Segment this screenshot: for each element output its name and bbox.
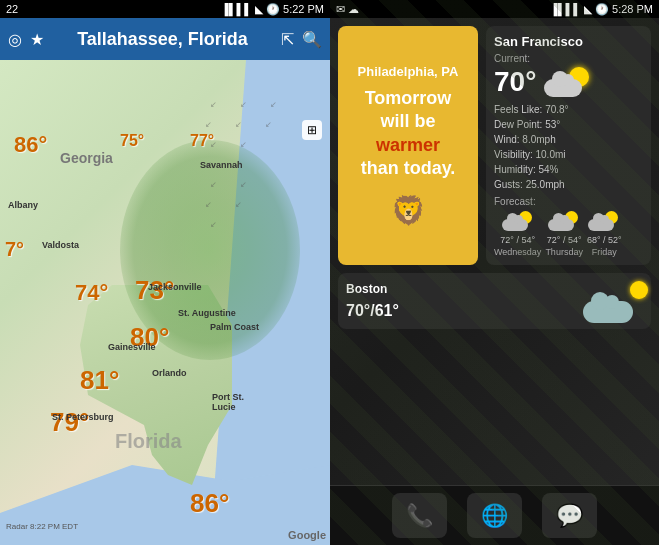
city-orlando: Orlando bbox=[152, 368, 187, 378]
map-container[interactable]: Georgia Florida 86° 75° 77° 7° 74° 73° 8… bbox=[0, 60, 330, 545]
forecast-day-thu: 72° / 54° Thursday bbox=[545, 211, 583, 257]
right-signal-icon: ▐▌▌▌ bbox=[550, 3, 581, 15]
mini-cloud-body-wed bbox=[502, 219, 528, 231]
right-status-bar: ✉ ☁ ▐▌▌▌ ◣ 🕐 5:28 PM bbox=[330, 0, 659, 18]
right-status-right-icons: ▐▌▌▌ ◣ 🕐 5:28 PM bbox=[550, 3, 653, 16]
philadelphia-widget[interactable]: Philadelphia, PA Tomorrow will be warmer… bbox=[338, 26, 478, 265]
chat-icon: 💬 bbox=[556, 503, 583, 529]
forecast-day-wed: 72° / 54° Wednesday bbox=[494, 211, 541, 257]
florida-label: Florida bbox=[115, 430, 182, 453]
phone-button[interactable]: 📞 bbox=[392, 493, 447, 538]
radar-info: Radar 8:22 PM EDT bbox=[6, 522, 78, 531]
sf-city-name: San Francisco bbox=[494, 34, 583, 49]
sf-forecast: 72° / 54° Wednesday 72° / 54° Thursday bbox=[494, 211, 643, 257]
mini-cloud-body-thu bbox=[548, 219, 574, 231]
right-wifi-icon: ◣ bbox=[584, 3, 592, 16]
forecast-icon-fri bbox=[588, 211, 620, 233]
mini-cloud-fri bbox=[588, 211, 618, 231]
sf-wind: Wind: 8.0mph bbox=[494, 132, 643, 147]
sf-humidity: Humidity: 54% bbox=[494, 162, 643, 177]
google-logo: Google bbox=[288, 525, 326, 543]
philly-message: Tomorrow will be warmer than today. bbox=[350, 87, 466, 181]
left-status-bar: 22 ▐▌▌▌ ◣ 🕐 5:22 PM bbox=[0, 0, 330, 18]
temp-74: 74° bbox=[75, 280, 108, 306]
left-time: 5:22 PM bbox=[283, 3, 324, 15]
sf-weather-icon bbox=[544, 67, 589, 97]
forecast-icon-thu bbox=[548, 211, 580, 233]
philly-msg-line1: Tomorrow will be bbox=[365, 88, 452, 131]
city-jacksonville: Jacksonville bbox=[148, 282, 202, 292]
star-icon[interactable]: ★ bbox=[30, 30, 44, 49]
boston-weather-icon bbox=[583, 281, 643, 321]
right-time: 5:28 PM bbox=[612, 3, 653, 15]
sf-forecast-label: Forecast: bbox=[494, 196, 643, 207]
boston-left: Boston 70°/61° bbox=[346, 282, 399, 320]
city-port-st-lucie: Port St.Lucie bbox=[212, 392, 244, 412]
phone-icon: 📞 bbox=[406, 503, 433, 529]
sf-feels-like: Feels Like: 70.8° bbox=[494, 102, 643, 117]
san-francisco-widget[interactable]: San Francisco Current: 70° Feels Like: 7… bbox=[486, 26, 651, 265]
cloud-icon: ☁ bbox=[348, 3, 359, 16]
temp-81: 81° bbox=[80, 365, 119, 396]
city-st-pete: St. Petersburg bbox=[52, 412, 114, 422]
chat-button[interactable]: 💬 bbox=[542, 493, 597, 538]
forecast-temp-thu: 72° / 54° bbox=[547, 235, 582, 245]
city-gainesville: Gainesville bbox=[108, 342, 156, 352]
left-header: ◎ ★ Tallahassee, Florida ⇱ 🔍 bbox=[0, 18, 330, 60]
top-widgets: Philadelphia, PA Tomorrow will be warmer… bbox=[338, 26, 651, 265]
temp-86-nw: 86° bbox=[14, 132, 47, 158]
page-title: Tallahassee, Florida bbox=[52, 29, 273, 50]
mini-cloud-thu bbox=[548, 211, 578, 231]
right-status-left-icons: ✉ ☁ bbox=[336, 3, 359, 16]
temp-86-se: 86° bbox=[190, 488, 229, 519]
philly-msg-line2: than today. bbox=[361, 158, 456, 178]
forecast-day-name-wed: Wednesday bbox=[494, 247, 541, 257]
forecast-day-name-thu: Thursday bbox=[545, 247, 583, 257]
philly-msg-highlight: warmer bbox=[376, 135, 440, 155]
locate-icon[interactable]: ◎ bbox=[8, 30, 22, 49]
philly-weather-icon: 🦁 bbox=[391, 194, 426, 227]
forecast-day-fri: 68° / 52° Friday bbox=[587, 211, 622, 257]
sf-details: Feels Like: 70.8° Dew Point: 53° Wind: 8… bbox=[494, 102, 643, 192]
philly-city-name: Philadelphia, PA bbox=[358, 64, 459, 79]
city-albany: Albany bbox=[8, 200, 38, 210]
boston-temperature: 70°/61° bbox=[346, 302, 399, 320]
sf-temp-row: 70° bbox=[494, 66, 643, 98]
clock-icon: 🕐 bbox=[266, 3, 280, 16]
sf-header: San Francisco bbox=[494, 34, 643, 49]
right-clock-icon: 🕐 bbox=[595, 3, 609, 16]
right-spacer bbox=[338, 337, 651, 477]
forecast-icon-wed bbox=[502, 211, 534, 233]
boston-sun-icon bbox=[630, 281, 648, 299]
taskbar: 📞 🌐 💬 bbox=[330, 485, 659, 545]
sf-visibility: Visibility: 10.0mi bbox=[494, 147, 643, 162]
sf-gusts: Gusts: 25.0mph bbox=[494, 177, 643, 192]
left-panel: 22 ▐▌▌▌ ◣ 🕐 5:22 PM ◎ ★ Tallahassee, Flo… bbox=[0, 0, 330, 545]
temp-75: 75° bbox=[120, 132, 144, 150]
georgia-label: Georgia bbox=[60, 150, 113, 166]
sf-temperature: 70° bbox=[494, 66, 536, 98]
search-icon[interactable]: 🔍 bbox=[302, 30, 322, 49]
email-icon: ✉ bbox=[336, 3, 345, 16]
scale-bar: Radar 8:22 PM EDT bbox=[6, 522, 78, 531]
sf-dew-point: Dew Point: 53° bbox=[494, 117, 643, 132]
globe-button[interactable]: 🌐 bbox=[467, 493, 522, 538]
boston-widget[interactable]: Boston 70°/61° bbox=[338, 273, 651, 329]
globe-icon: 🌐 bbox=[481, 503, 508, 529]
sf-current-label: Current: bbox=[494, 53, 643, 64]
mini-cloud-body-fri bbox=[588, 219, 614, 231]
right-panel: ✉ ☁ ▐▌▌▌ ◣ 🕐 5:28 PM Philadelphia, PA To… bbox=[330, 0, 659, 545]
mini-cloud-wed bbox=[502, 211, 532, 231]
cloud-icon bbox=[544, 79, 582, 97]
boston-city-name: Boston bbox=[346, 282, 399, 296]
wifi-icon: ◣ bbox=[255, 3, 263, 16]
layers-button[interactable]: ⊞ bbox=[302, 120, 322, 140]
left-status-icons: ▐▌▌▌ ◣ 🕐 5:22 PM bbox=[221, 3, 324, 16]
city-valdosta: Valdosta bbox=[42, 240, 79, 250]
boston-cloud-icon bbox=[583, 301, 633, 323]
navigate-icon[interactable]: ⇱ bbox=[281, 30, 294, 49]
temp-7: 7° bbox=[5, 238, 24, 261]
forecast-temp-wed: 72° / 54° bbox=[500, 235, 535, 245]
forecast-temp-fri: 68° / 52° bbox=[587, 235, 622, 245]
left-status-left: 22 bbox=[6, 3, 18, 15]
